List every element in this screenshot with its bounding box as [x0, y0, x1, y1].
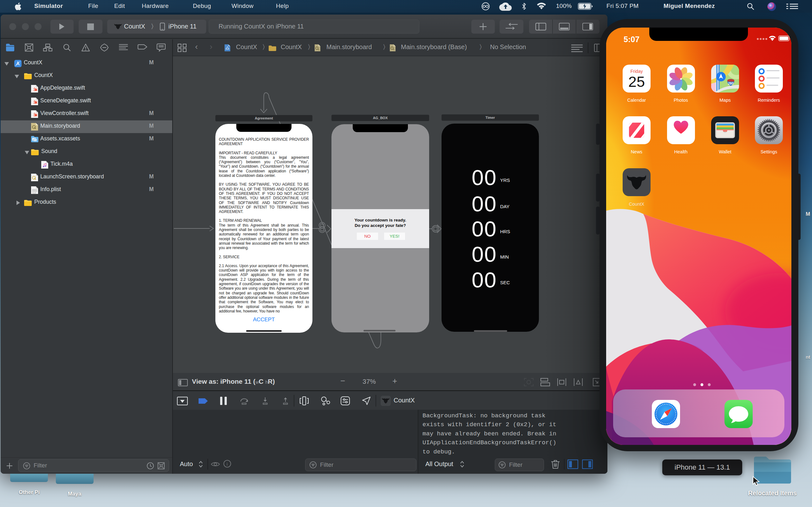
svg-text:PLIST: PLIST: [32, 192, 37, 194]
svg-text:25: 25: [628, 73, 645, 90]
svg-text:280: 280: [728, 81, 734, 85]
svg-text:i: i: [226, 462, 228, 466]
